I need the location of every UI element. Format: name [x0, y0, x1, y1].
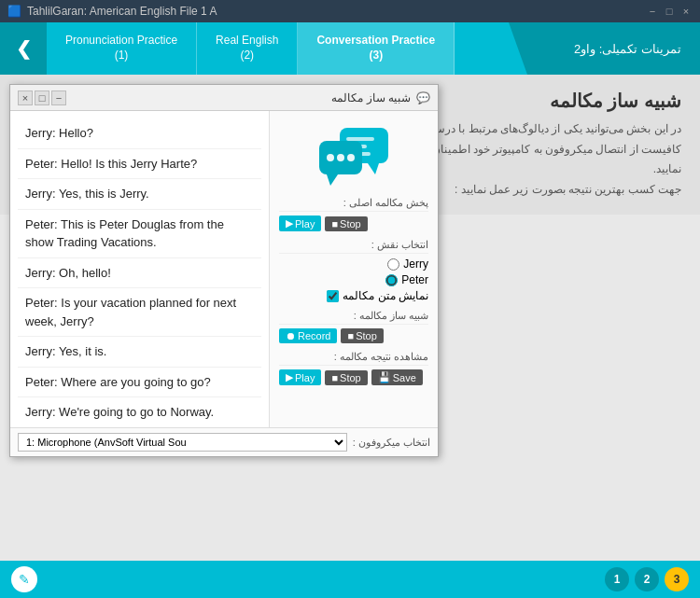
svg-marker-9	[368, 163, 379, 174]
simulator-label: شبیه ساز مکالمه :	[279, 310, 428, 325]
dialog-bottom-bar: انتخاب میکروفون : 1: Microphone (AnvSoft…	[10, 427, 438, 456]
page-1-button[interactable]: 1	[605, 567, 629, 591]
edit-button[interactable]: ✎	[11, 566, 37, 592]
title-bar: 🟦 TahlilGaran: American English File 1 A…	[0, 0, 700, 22]
title-bar-left: 🟦 TahlilGaran: American English File 1 A	[7, 5, 217, 18]
simulator-controls: ⏺ Record ■ Stop	[279, 328, 428, 343]
result-play-icon: ▶	[286, 371, 293, 383]
chat-bubbles-icon	[312, 120, 396, 186]
dialog-minimize-button[interactable]: −	[51, 90, 66, 105]
nav-wave-decoration	[509, 22, 555, 75]
tab-pronunciation-practice[interactable]: Pronunciation Practice (1)	[47, 22, 197, 75]
play-icon: ▶	[286, 217, 293, 229]
conversation-line-5: Peter: Is your vacation planned for next…	[18, 288, 261, 337]
back-button[interactable]: ❮	[0, 22, 47, 75]
tab-sub-1: (1)	[115, 49, 129, 63]
conversation-text-area[interactable]: Jerry: Hello? Peter: Hello! Is this Jerr…	[10, 111, 270, 427]
app-icon: 🟦	[7, 5, 21, 18]
page-3-button[interactable]: 3	[665, 567, 689, 591]
chat-icon-area	[279, 120, 428, 186]
svg-point-16	[337, 154, 344, 161]
dialog-controls[interactable]: − □ ×	[18, 90, 66, 105]
view-result-section: مشاهده نتیجه مکالمه : ▶ Play ■ Stop	[279, 351, 428, 385]
nav-right-label: تمرینات تکمیلی: واو2	[555, 22, 700, 75]
svg-rect-10	[346, 137, 374, 141]
conversation-line-4: Jerry: Oh, hello!	[18, 258, 261, 289]
title-bar-controls[interactable]: − □ ×	[646, 5, 693, 18]
dialog-simulator: 💬 شبیه ساز مکالمه − □ × Jerry: Hello? Pe…	[9, 84, 439, 457]
conversation-line-1: Peter: Hello! Is this Jerry Harte?	[18, 149, 261, 180]
conversation-line-2: Jerry: Yes, this is Jerry.	[18, 179, 261, 210]
dialog-titlebar: 💬 شبیه ساز مکالمه − □ ×	[10, 85, 438, 111]
simulator-stop-button[interactable]: ■ Stop	[341, 328, 383, 343]
tab-label-1: Pronunciation Practice	[65, 34, 177, 49]
jerry-radio[interactable]	[387, 258, 399, 271]
microphone-select[interactable]: 1: Microphone (AnvSoft Virtual Sou	[18, 433, 347, 452]
peter-label: Peter	[401, 273, 428, 286]
view-result-label: مشاهده نتیجه مکالمه :	[279, 351, 428, 366]
nav-tabs: Pronunciation Practice (1) Real English …	[47, 22, 509, 75]
dialog-close-button[interactable]: ×	[18, 90, 33, 105]
dialog-right-panel: پخش مکالمه اصلی : ▶ Play ■ Stop	[270, 111, 438, 427]
show-text-label: نمایش متن مکالمه	[343, 289, 428, 302]
role-jerry-option[interactable]: Jerry	[279, 257, 428, 271]
page-buttons: 1 2 3	[605, 567, 689, 591]
dialog-content: Jerry: Hello? Peter: Hello! Is this Jerr…	[10, 111, 438, 427]
tab-conversation-practice[interactable]: Conversation Practice (3)	[298, 22, 455, 75]
dialog-icon: 💬	[416, 91, 430, 104]
minimize-button[interactable]: −	[646, 5, 659, 18]
svg-point-17	[347, 154, 355, 161]
show-text-option[interactable]: نمایش متن مکالمه	[279, 289, 428, 302]
simulator-stop-icon: ■	[347, 330, 354, 341]
tab-sub-2: (2)	[240, 49, 254, 63]
svg-marker-0	[509, 22, 555, 75]
original-playback-controls: ▶ Play ■ Stop	[279, 216, 428, 231]
record-icon: ⏺	[286, 330, 296, 341]
page-2-button[interactable]: 2	[635, 567, 659, 591]
original-playback-label: پخش مکالمه اصلی :	[279, 197, 428, 212]
app-title: TahlilGaran: American English File 1 A	[27, 5, 217, 18]
conversation-line-8: Jerry: We're going to go to Norway.	[18, 397, 261, 427]
tab-label-2: Real English	[216, 34, 278, 49]
peter-radio[interactable]	[385, 274, 398, 286]
edit-icon: ✎	[19, 572, 30, 587]
result-stop-icon: ■	[331, 372, 338, 383]
bottom-nav: ✎ 1 2 3	[0, 561, 700, 598]
role-peter-option[interactable]: Peter	[279, 273, 428, 286]
original-stop-button[interactable]: ■ Stop	[325, 216, 367, 231]
conversation-line-0: Jerry: Hello?	[18, 118, 261, 149]
conversation-line-7: Peter: Where are you going to go?	[18, 368, 261, 398]
tab-sub-3: (3)	[369, 49, 383, 63]
show-text-checkbox[interactable]	[327, 290, 339, 302]
svg-marker-14	[327, 174, 338, 186]
save-icon: 💾	[378, 371, 391, 383]
view-result-controls: ▶ Play ■ Stop 💾 Save	[279, 369, 428, 385]
role-selection-section: انتخاب نقش : Jerry Peter نمایش	[279, 239, 428, 302]
conversation-line-3: Peter: This is Peter Douglas from the sh…	[18, 210, 261, 258]
dialog-overlay: 💬 شبیه ساز مکالمه − □ × Jerry: Hello? Pe…	[0, 75, 700, 561]
save-button[interactable]: 💾 Save	[371, 369, 423, 385]
nav-bar: ❮ Pronunciation Practice (1) Real Englis…	[0, 22, 700, 75]
simulator-section: شبیه ساز مکالمه : ⏺ Record ■ Stop	[279, 310, 428, 343]
dialog-title: 💬 شبیه ساز مکالمه	[331, 91, 430, 104]
original-playback-section: پخش مکالمه اصلی : ▶ Play ■ Stop	[279, 197, 428, 231]
dialog-maximize-button[interactable]: □	[35, 90, 49, 105]
role-radio-group: Jerry Peter نمایش متن مکالمه	[279, 257, 428, 302]
record-button[interactable]: ⏺ Record	[279, 328, 337, 343]
main-content: T شبیه ساز مکالمه در این بخش می‌توانید ی…	[0, 75, 700, 561]
result-play-button[interactable]: ▶ Play	[279, 369, 321, 385]
svg-point-15	[327, 154, 334, 161]
maximize-button[interactable]: □	[663, 5, 676, 18]
tab-real-english[interactable]: Real English (2)	[197, 22, 298, 75]
conversation-line-6: Jerry: Yes, it is.	[18, 337, 261, 368]
close-button[interactable]: ×	[679, 5, 693, 18]
role-selection-label: انتخاب نقش :	[279, 239, 428, 254]
jerry-label: Jerry	[403, 257, 428, 271]
microphone-label: انتخاب میکروفون :	[353, 437, 430, 449]
stop-icon: ■	[331, 218, 338, 229]
original-play-button[interactable]: ▶ Play	[279, 216, 321, 231]
result-stop-button[interactable]: ■ Stop	[325, 370, 367, 385]
tab-label-3: Conversation Practice	[316, 34, 435, 49]
